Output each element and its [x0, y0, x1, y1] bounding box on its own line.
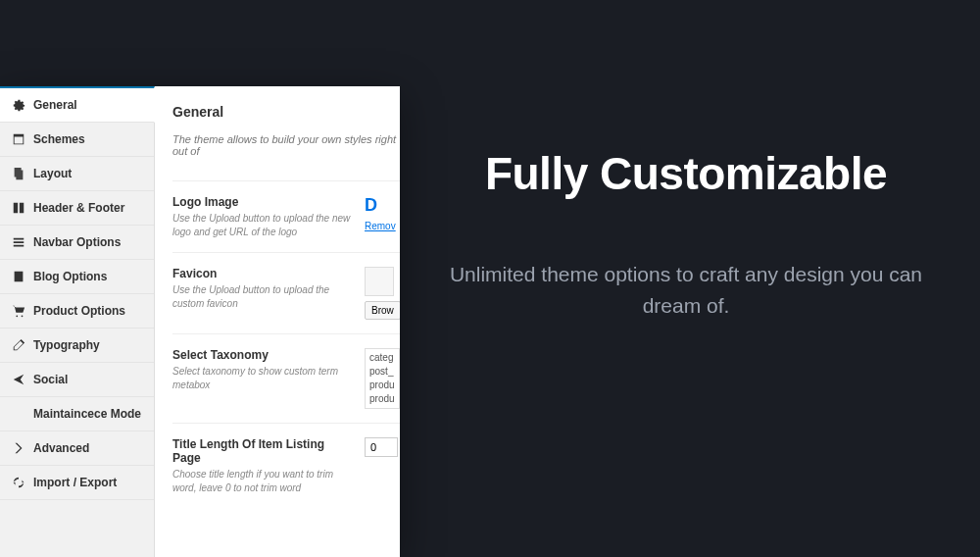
taxonomy-option[interactable]: produ	[369, 379, 395, 392]
sidebar-item-label: Schemes	[33, 132, 85, 146]
field-desc: Choose title length if you want to trim …	[172, 468, 353, 494]
sidebar-item-import-export[interactable]: Import / Export	[0, 466, 154, 500]
browse-button[interactable]: Brow	[365, 301, 400, 320]
sidebar-item-label: Blog Options	[33, 270, 107, 283]
sidebar-item-label: Typography	[33, 338, 100, 352]
remove-logo-link[interactable]: Remov	[365, 221, 396, 231]
sidebar: General Schemes Layout Header & Footer N…	[0, 86, 155, 557]
sidebar-item-blog[interactable]: Blog Options	[0, 260, 154, 294]
field-desc: Select taxonomy to show custom term meta…	[172, 365, 353, 391]
sidebar-item-label: Layout	[33, 167, 72, 180]
sidebar-item-schemes[interactable]: Schemes	[0, 123, 154, 157]
title-length-input[interactable]	[365, 437, 398, 457]
cart-icon	[12, 304, 25, 318]
field-title-length: Title Length Of Item Listing Page Choose…	[172, 423, 400, 508]
sidebar-item-label: Product Options	[33, 304, 125, 318]
refresh-icon	[12, 476, 25, 489]
settings-panel: General Schemes Layout Header & Footer N…	[0, 86, 400, 557]
sidebar-item-maintenance[interactable]: Maintaincece Mode	[0, 397, 154, 431]
field-title: Title Length Of Item Listing Page	[172, 437, 353, 465]
hero: Fully Customizable Unlimited theme optio…	[431, 147, 941, 321]
sidebar-item-label: Advanced	[33, 441, 89, 455]
sidebar-item-label: Maintaincece Mode	[33, 407, 141, 421]
sidebar-item-label: Header & Footer	[33, 201, 124, 215]
hero-title: Fully Customizable	[431, 147, 941, 200]
sidebar-item-label: Navbar Options	[33, 235, 121, 249]
window-icon	[12, 132, 25, 146]
taxonomy-option[interactable]: produ	[369, 392, 395, 406]
sidebar-item-social[interactable]: Social	[0, 363, 154, 397]
book-icon	[12, 270, 25, 283]
edit-icon	[12, 338, 25, 352]
sidebar-item-navbar[interactable]: Navbar Options	[0, 226, 154, 260]
gear-icon	[12, 98, 25, 112]
menu-icon	[12, 235, 25, 249]
pages-icon	[12, 167, 25, 180]
field-taxonomy: Select Taxonomy Select taxonomy to show …	[172, 333, 400, 423]
sidebar-item-header-footer[interactable]: Header & Footer	[0, 191, 154, 226]
sidebar-item-layout[interactable]: Layout	[0, 157, 154, 191]
field-title: Select Taxonomy	[172, 348, 353, 362]
tools-icon	[12, 407, 25, 421]
sidebar-item-typography[interactable]: Typography	[0, 329, 154, 363]
sidebar-item-product[interactable]: Product Options	[0, 294, 154, 329]
content-area: General The theme allows to build your o…	[155, 86, 400, 557]
sidebar-item-label: Social	[33, 373, 68, 386]
field-desc: Use the Upload button to upload the new …	[172, 212, 353, 238]
sidebar-item-general[interactable]: General	[0, 86, 155, 123]
taxonomy-option[interactable]: categ	[369, 351, 395, 365]
page-intro: The theme allows to build your own style…	[172, 133, 400, 157]
favicon-preview	[365, 267, 394, 296]
field-logo: Logo Image Use the Upload button to uplo…	[172, 180, 400, 252]
field-desc: Use the Upload button to upload the cust…	[172, 283, 353, 310]
columns-icon	[12, 201, 25, 215]
sidebar-item-advanced[interactable]: Advanced	[0, 431, 154, 466]
sidebar-item-label: Import / Export	[33, 476, 117, 489]
taxonomy-select[interactable]: categ post_ produ produ	[365, 348, 400, 409]
field-favicon: Favicon Use the Upload button to upload …	[172, 252, 400, 333]
share-icon	[12, 373, 25, 386]
page-title: General	[172, 104, 400, 120]
hero-subtitle: Unlimited theme options to craft any des…	[431, 259, 941, 321]
sidebar-item-label: General	[33, 98, 77, 112]
logo-preview: D	[365, 195, 400, 216]
field-title: Favicon	[172, 267, 353, 280]
chevron-icon	[12, 441, 25, 455]
taxonomy-option[interactable]: post_	[369, 365, 395, 379]
field-title: Logo Image	[172, 195, 353, 209]
